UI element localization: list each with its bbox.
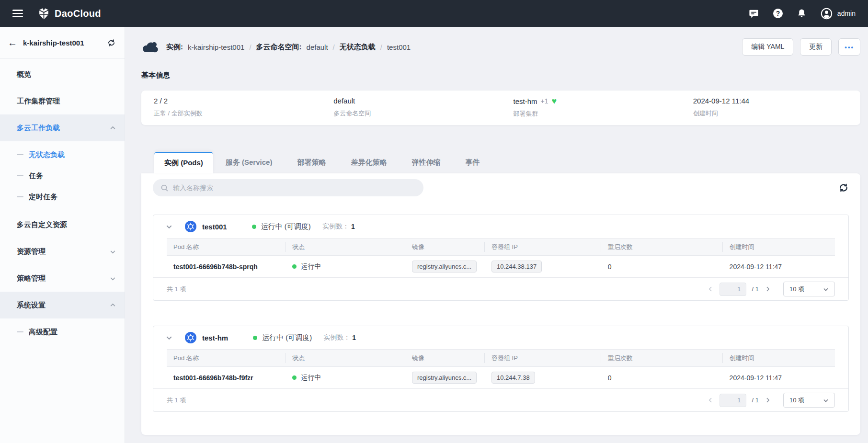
table-row: test001-66696b748b-sprqh 运行中 registry.al… bbox=[167, 256, 835, 277]
page-size-select[interactable]: 10 项 bbox=[783, 282, 835, 296]
breadcrumb-namespace-label: 多云命名空间: bbox=[256, 43, 302, 52]
chevron-up-icon bbox=[110, 125, 116, 131]
sidebar-item-work-clusters[interactable]: 工作集群管理 bbox=[0, 88, 125, 114]
sidebar-item-multicloud-custom-resources[interactable]: 多云自定义资源 bbox=[0, 211, 125, 238]
sidebar-item-jobs[interactable]: 任务 bbox=[0, 165, 125, 186]
more-actions-button[interactable]: ••• bbox=[838, 38, 860, 56]
stat-created: 2024-09-12 11:44 创建时间 bbox=[681, 97, 860, 119]
daocloud-logo[interactable]: DaoCloud bbox=[37, 7, 101, 20]
pods-tab-content: test001 运行中 (可调度) 实例数：1 Pod 名称 状态 镜像 容器组… bbox=[141, 173, 860, 435]
chevron-down-icon bbox=[110, 249, 116, 255]
expand-chevron-icon[interactable] bbox=[166, 334, 172, 341]
stat-replicas: 2 / 2 正常 / 全部实例数 bbox=[141, 97, 321, 119]
chat-icon[interactable] bbox=[748, 8, 760, 19]
dash-icon bbox=[17, 154, 23, 155]
tab-service[interactable]: 服务 (Service) bbox=[213, 152, 285, 173]
pagination-prev-icon[interactable] bbox=[708, 397, 714, 403]
tab-override-policy[interactable]: 差异化策略 bbox=[338, 152, 399, 173]
cloud-icon bbox=[141, 40, 159, 54]
status-text: 运行中 (可调度) bbox=[261, 222, 311, 231]
user-menu[interactable]: admin bbox=[820, 7, 856, 20]
pagination-next-icon[interactable] bbox=[765, 286, 771, 292]
healthy-heart-icon: ♥ bbox=[551, 97, 557, 105]
update-button[interactable]: 更新 bbox=[800, 38, 832, 56]
status-dot bbox=[253, 336, 257, 340]
cluster-workload-name: test-hm bbox=[202, 334, 228, 342]
breadcrumb-namespace-value[interactable]: default bbox=[307, 43, 328, 51]
sidebar: ← k-kairship-test001 概览 工作集群管理 多云工作负载 无状… bbox=[0, 27, 125, 443]
replicas-label: 实例数： bbox=[322, 222, 349, 231]
pagination-prev-icon[interactable] bbox=[708, 286, 714, 292]
kubernetes-icon bbox=[185, 221, 196, 232]
table-header: Pod 名称 状态 镜像 容器组 IP 重启次数 创建时间 bbox=[167, 238, 835, 256]
switch-cluster-icon[interactable] bbox=[107, 38, 116, 47]
pagination: / 1 10 项 bbox=[708, 393, 835, 408]
back-arrow-icon[interactable]: ← bbox=[8, 38, 17, 47]
pagination-next-icon[interactable] bbox=[765, 397, 771, 403]
pod-ip-chip[interactable]: 10.244.7.38 bbox=[491, 372, 535, 384]
total-count: 共 1 项 bbox=[167, 396, 186, 405]
pod-name[interactable]: test001-66696b748b-sprqh bbox=[173, 263, 258, 271]
restart-count: 0 bbox=[608, 374, 612, 382]
created-time: 2024-09-12 11:47 bbox=[730, 374, 782, 382]
top-bar: DaoCloud ? admin bbox=[0, 0, 868, 27]
breadcrumb-workload-name: test001 bbox=[387, 43, 411, 51]
tab-deploy-policy[interactable]: 部署策略 bbox=[285, 152, 338, 173]
workload-panel-test-hm: test-hm 运行中 (可调度) 实例数：1 Pod 名称 状态 镜像 容器组… bbox=[153, 326, 849, 412]
sidebar-item-policy-management[interactable]: 策略管理 bbox=[0, 265, 125, 292]
basic-info-card: 2 / 2 正常 / 全部实例数 default 多云命名空间 test-hm … bbox=[141, 91, 860, 125]
image-chip[interactable]: registry.aliyuncs.c... bbox=[412, 261, 477, 273]
cluster-extra-count[interactable]: +1 bbox=[541, 97, 548, 105]
sidebar-item-cronjobs[interactable]: 定时任务 bbox=[0, 186, 125, 207]
sidebar-item-stateless-workloads[interactable]: 无状态负载 bbox=[0, 144, 125, 165]
page-number-input[interactable] bbox=[720, 394, 746, 407]
table-footer: 共 1 项 / 1 10 项 bbox=[153, 388, 848, 411]
table-row: test001-66696b748b-f9fzr 运行中 registry.al… bbox=[167, 367, 835, 388]
status-dot bbox=[292, 264, 297, 269]
sidebar-nav: 概览 工作集群管理 多云工作负载 无状态负载 任务 定时任务 多云自定义资源 资… bbox=[0, 59, 125, 342]
sidebar-item-overview[interactable]: 概览 bbox=[0, 61, 125, 88]
search-icon bbox=[160, 184, 169, 192]
bell-icon[interactable] bbox=[796, 8, 808, 19]
panel-header[interactable]: test-hm 运行中 (可调度) 实例数：1 bbox=[153, 326, 848, 349]
sidebar-item-resource-management[interactable]: 资源管理 bbox=[0, 238, 125, 265]
username: admin bbox=[837, 10, 856, 17]
stat-clusters: test-hm +1 ♥ 部署集群 bbox=[501, 97, 681, 119]
image-chip[interactable]: registry.aliyuncs.c... bbox=[412, 372, 477, 384]
page-size-select[interactable]: 10 项 bbox=[783, 393, 835, 408]
tab-autoscaling[interactable]: 弹性伸缩 bbox=[399, 152, 453, 173]
hamburger-menu-icon[interactable] bbox=[12, 10, 23, 17]
expand-chevron-icon[interactable] bbox=[166, 223, 172, 230]
replicas-count: 1 bbox=[352, 334, 356, 341]
page-total: / 1 bbox=[752, 397, 759, 404]
edit-yaml-button[interactable]: 编辑 YAML bbox=[742, 38, 793, 56]
refresh-icon[interactable] bbox=[838, 182, 849, 193]
dash-icon bbox=[17, 175, 23, 176]
sidebar-item-system-settings[interactable]: 系统设置 bbox=[0, 292, 125, 318]
panel-header[interactable]: test001 运行中 (可调度) 实例数：1 bbox=[153, 215, 848, 238]
pod-status: 运行中 bbox=[301, 374, 321, 382]
breadcrumb-instance-label: 实例: bbox=[166, 43, 183, 52]
breadcrumb-workload-type[interactable]: 无状态负载 bbox=[340, 43, 376, 52]
breadcrumb-instance-value[interactable]: k-kairship-test001 bbox=[188, 43, 244, 51]
daocloud-logo-icon bbox=[37, 7, 50, 20]
tab-bar: 实例 (Pods) 服务 (Service) 部署策略 差异化策略 弹性伸缩 事… bbox=[141, 152, 860, 173]
select-chevron-icon bbox=[823, 286, 829, 292]
search-input[interactable] bbox=[173, 184, 416, 192]
svg-text:?: ? bbox=[776, 10, 780, 17]
pod-ip-chip[interactable]: 10.244.38.137 bbox=[491, 261, 542, 273]
status-text: 运行中 (可调度) bbox=[262, 333, 312, 342]
tab-pods[interactable]: 实例 (Pods) bbox=[154, 152, 213, 173]
help-icon[interactable]: ? bbox=[772, 8, 784, 19]
page-number-input[interactable] bbox=[720, 283, 746, 296]
sidebar-item-multicloud-workloads[interactable]: 多云工作负载 bbox=[0, 114, 125, 141]
pod-name[interactable]: test001-66696b748b-f9fzr bbox=[173, 374, 253, 382]
select-chevron-icon bbox=[823, 398, 829, 403]
sidebar-item-advanced-config[interactable]: 高级配置 bbox=[0, 321, 125, 342]
chevron-down-icon bbox=[110, 275, 116, 282]
created-time: 2024-09-12 11:47 bbox=[730, 263, 782, 271]
cluster-workload-name: test001 bbox=[202, 223, 227, 231]
dash-icon bbox=[17, 196, 23, 197]
tab-events[interactable]: 事件 bbox=[453, 152, 492, 173]
table-header: Pod 名称 状态 镜像 容器组 IP 重启次数 创建时间 bbox=[167, 349, 835, 367]
